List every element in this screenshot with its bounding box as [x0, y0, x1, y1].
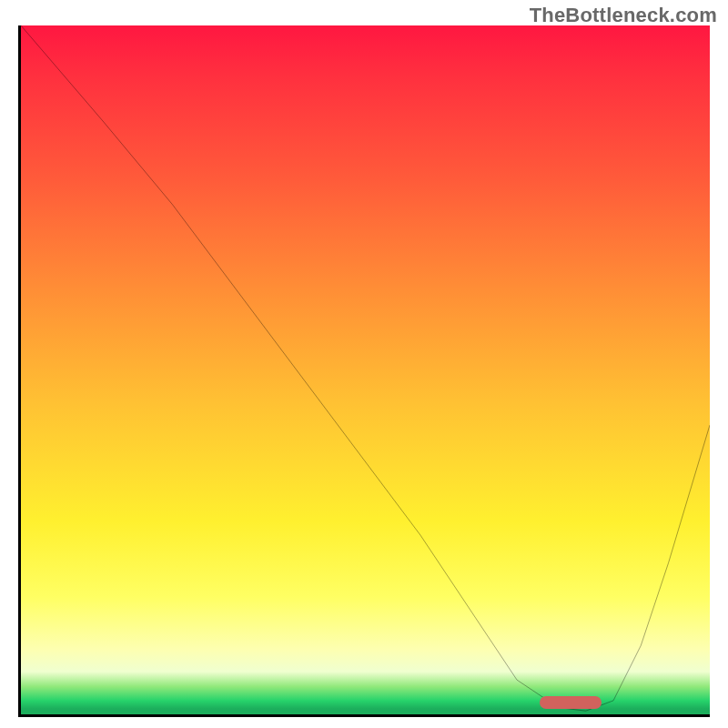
optimal-marker — [540, 696, 602, 709]
watermark-text: TheBottleneck.com — [530, 4, 717, 27]
bottleneck-curve — [21, 25, 710, 714]
plot-area — [18, 25, 710, 717]
curve-path — [21, 25, 710, 711]
chart-container: TheBottleneck.com — [0, 0, 728, 728]
